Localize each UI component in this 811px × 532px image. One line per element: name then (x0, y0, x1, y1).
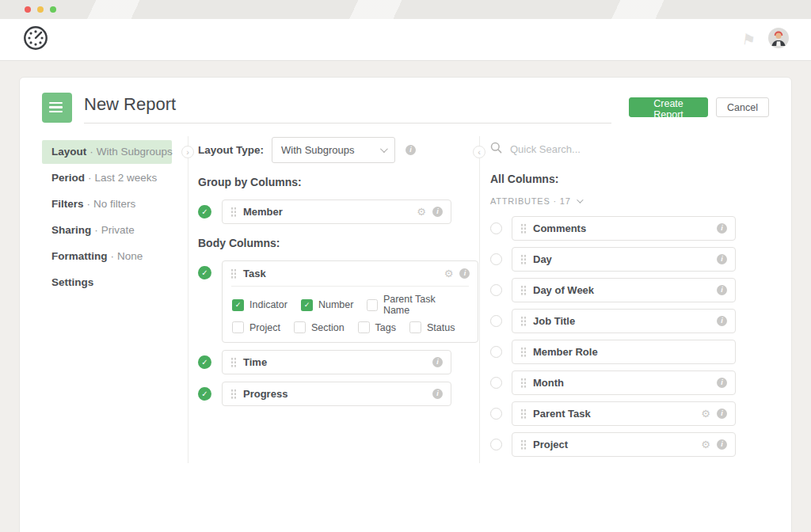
nav-panel-divider: › (188, 136, 188, 463)
column-checked-icon[interactable]: ✓ (198, 205, 211, 218)
task-option-number[interactable]: ✓ Number (301, 299, 353, 311)
gear-icon[interactable]: ⚙ (701, 439, 710, 450)
drag-handle-icon[interactable] (230, 357, 236, 367)
column-select-circle[interactable] (490, 284, 502, 296)
drag-handle-icon[interactable] (520, 254, 526, 264)
body-columns-heading: Body Columns: (198, 237, 451, 249)
gear-icon[interactable]: ⚙ (444, 268, 454, 279)
sidebar-item-sharing[interactable]: Sharing·Private (42, 218, 172, 242)
gear-icon[interactable]: ⚙ (417, 207, 426, 217)
close-window-button[interactable] (25, 6, 31, 13)
column-card-day-of-week[interactable]: Day of Week i (512, 278, 736, 302)
collapse-nav-handle[interactable]: › (181, 146, 194, 158)
notification-flag-icon[interactable]: ⚑ (741, 30, 757, 49)
task-option-tags[interactable]: Tags (358, 321, 396, 333)
body-column-row-task: ✓ Task ⚙ i (198, 260, 451, 343)
column-card-task[interactable]: Task ⚙ i ✓ Indicator (222, 260, 478, 343)
layout-type-select[interactable]: With Subgroups (272, 137, 395, 163)
drag-handle-icon[interactable] (520, 439, 526, 450)
column-card-project[interactable]: Project ⚙ i (512, 432, 736, 457)
info-icon[interactable]: i (717, 408, 727, 419)
checkbox-unchecked-icon[interactable] (367, 299, 377, 311)
all-column-row-parent-task: Parent Task ⚙ i (490, 401, 736, 426)
user-avatar[interactable] (768, 28, 789, 51)
task-option-section[interactable]: Section (294, 321, 345, 333)
create-report-button[interactable]: Create Report (629, 97, 708, 117)
task-option-indicator[interactable]: ✓ Indicator (232, 299, 287, 311)
drag-handle-icon[interactable] (230, 207, 236, 217)
zoom-window-button[interactable] (50, 6, 56, 13)
drag-handle-icon[interactable] (520, 316, 526, 326)
attributes-group-toggle[interactable]: ATTRIBUTES · 17 (490, 196, 736, 206)
layout-type-info-icon[interactable]: i (406, 145, 416, 155)
column-select-circle[interactable] (490, 377, 502, 389)
column-card-job-title[interactable]: Job Title i (512, 309, 736, 333)
info-icon[interactable]: i (717, 316, 727, 326)
column-select-circle[interactable] (490, 408, 502, 420)
task-option-status[interactable]: Status (409, 321, 455, 333)
task-option-parent-task-name[interactable]: Parent Task Name (367, 294, 455, 316)
drag-handle-icon[interactable] (520, 223, 526, 234)
column-checked-icon[interactable]: ✓ (198, 266, 211, 279)
column-card-day[interactable]: Day i (512, 247, 736, 272)
info-icon[interactable]: i (717, 378, 727, 388)
column-select-circle[interactable] (490, 253, 502, 265)
collapse-columns-handle[interactable]: ‹ (473, 146, 485, 158)
quick-search-input[interactable] (510, 143, 684, 155)
drag-handle-icon[interactable] (520, 285, 526, 295)
info-icon[interactable]: i (717, 439, 727, 450)
checkbox-checked-icon[interactable]: ✓ (301, 299, 313, 311)
info-icon[interactable]: i (717, 254, 727, 264)
report-title-input[interactable] (84, 94, 611, 115)
all-column-row-month: Month i (490, 370, 736, 395)
all-columns-panel: All Columns: ATTRIBUTES · 17 Comments i (490, 136, 736, 463)
info-icon[interactable]: i (717, 223, 727, 234)
sidebar-item-formatting[interactable]: Formatting·None (42, 245, 172, 268)
chevron-down-icon (577, 196, 583, 203)
drag-handle-icon[interactable] (230, 389, 236, 399)
column-card-month[interactable]: Month i (512, 370, 736, 395)
sidebar-item-filters[interactable]: Filters·No filters (42, 192, 172, 216)
column-checked-icon[interactable]: ✓ (198, 355, 211, 369)
all-column-row-member-role: Member Role (490, 340, 736, 364)
column-select-circle[interactable] (490, 439, 502, 450)
all-column-row-comments: Comments i (490, 216, 736, 241)
column-checked-icon[interactable]: ✓ (198, 387, 211, 401)
column-select-circle[interactable] (490, 315, 502, 327)
task-option-project[interactable]: Project (232, 321, 280, 333)
column-card-time[interactable]: Time i (222, 350, 451, 374)
column-select-circle[interactable] (490, 346, 502, 358)
info-icon[interactable]: i (459, 268, 470, 279)
info-icon[interactable]: i (717, 285, 727, 295)
body-column-row-progress: ✓ Progress i (198, 382, 451, 406)
checkbox-checked-icon[interactable]: ✓ (232, 299, 244, 311)
drag-handle-icon[interactable] (520, 378, 526, 388)
drag-handle-icon[interactable] (520, 408, 526, 419)
column-select-circle[interactable] (490, 222, 502, 234)
settings-nav: Layout·With Subgroups Period·Last 2 week… (42, 136, 172, 463)
cancel-button[interactable]: Cancel (716, 97, 769, 117)
sidebar-item-period[interactable]: Period·Last 2 weeks (42, 166, 172, 190)
drag-handle-icon[interactable] (520, 347, 526, 357)
checkbox-unchecked-icon[interactable] (294, 321, 306, 333)
column-card-member-role[interactable]: Member Role (512, 340, 736, 364)
column-card-comments[interactable]: Comments i (512, 216, 736, 241)
checkbox-unchecked-icon[interactable] (358, 321, 370, 333)
info-icon[interactable]: i (432, 207, 443, 217)
sidebar-item-layout[interactable]: Layout·With Subgroups (42, 140, 172, 164)
gear-icon[interactable]: ⚙ (701, 408, 710, 419)
sidebar-item-settings[interactable]: Settings (42, 271, 172, 294)
column-card-member[interactable]: Member ⚙ i (222, 200, 451, 224)
all-column-row-project: Project ⚙ i (490, 432, 736, 457)
drag-handle-icon[interactable] (230, 268, 236, 279)
app-logo-icon[interactable] (22, 25, 49, 55)
info-icon[interactable]: i (432, 389, 443, 399)
checkbox-unchecked-icon[interactable] (232, 321, 244, 333)
all-column-row-job-title: Job Title i (490, 309, 736, 333)
checkbox-unchecked-icon[interactable] (409, 321, 421, 333)
layout-type-label: Layout Type: (198, 144, 264, 156)
minimize-window-button[interactable] (37, 6, 44, 13)
column-card-parent-task[interactable]: Parent Task ⚙ i (512, 401, 736, 426)
info-icon[interactable]: i (432, 357, 443, 367)
column-card-progress[interactable]: Progress i (222, 382, 451, 406)
